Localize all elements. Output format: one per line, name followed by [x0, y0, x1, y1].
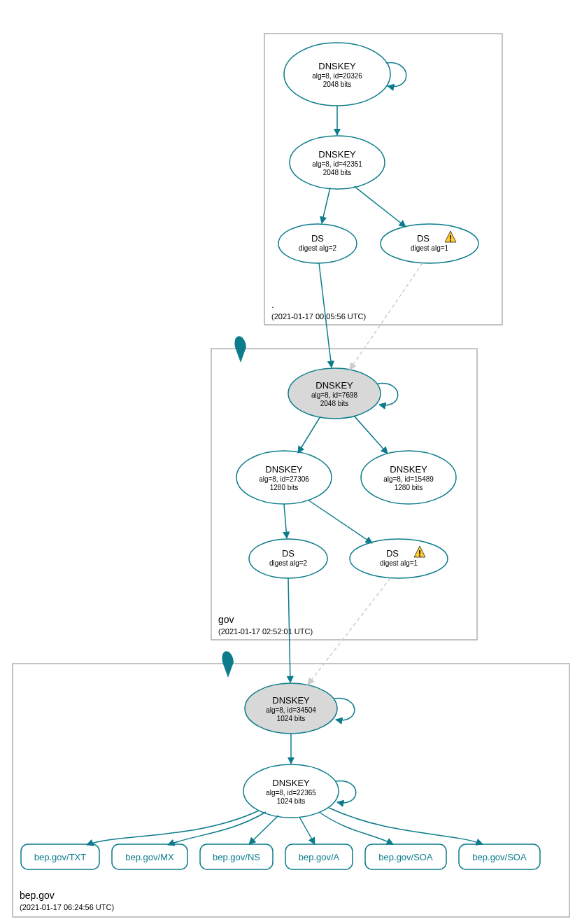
edge-gov-ds1-bep-ksk: [308, 578, 390, 685]
svg-text:DS: DS: [386, 548, 399, 559]
svg-point-13: [381, 224, 478, 263]
svg-text:digest alg=1: digest alg=1: [380, 559, 418, 567]
edge-bep-zsk-r2: [249, 816, 278, 844]
node-root-ds1[interactable]: DS digest alg=1 !: [381, 224, 478, 263]
svg-text:!: !: [418, 549, 421, 559]
svg-point-10: [278, 224, 357, 263]
svg-text:DNSKEY: DNSKEY: [315, 380, 353, 391]
record-soa1[interactable]: bep.gov/SOA: [365, 844, 446, 869]
node-gov-ds1[interactable]: DS digest alg=1 !: [350, 539, 448, 578]
svg-text:alg=8, id=27306: alg=8, id=27306: [259, 475, 309, 483]
node-gov-zsk2[interactable]: DNSKEY alg=8, id=15489 1280 bits: [361, 451, 456, 504]
svg-text:digest alg=2: digest alg=2: [269, 559, 308, 567]
svg-text:DS: DS: [311, 233, 324, 244]
node-bep-ksk[interactable]: DNSKEY alg=8, id=34504 1024 bits: [245, 683, 337, 734]
svg-text:alg=8, id=42351: alg=8, id=42351: [312, 160, 362, 168]
svg-text:bep.gov/TXT: bep.gov/TXT: [34, 852, 86, 862]
zone-gov-timestamp: (2021-01-17 02:52:01 UTC): [218, 627, 313, 636]
svg-text:alg=8, id=34504: alg=8, id=34504: [266, 706, 316, 714]
record-soa2[interactable]: bep.gov/SOA: [459, 844, 540, 869]
zone-root-label: .: [271, 299, 274, 310]
zone-bep-timestamp: (2021-01-17 06:24:56 UTC): [20, 903, 114, 911]
node-root-ksk[interactable]: DNSKEY alg=8, id=20326 2048 bits: [284, 43, 390, 106]
zone-gov-label: gov: [218, 614, 234, 625]
svg-text:digest alg=1: digest alg=1: [411, 244, 449, 252]
svg-text:DNSKEY: DNSKEY: [390, 464, 427, 475]
record-mx[interactable]: bep.gov/MX: [112, 844, 187, 869]
svg-text:!: !: [449, 234, 452, 244]
svg-text:1024 bits: 1024 bits: [277, 797, 306, 805]
record-txt[interactable]: bep.gov/TXT: [21, 844, 99, 869]
svg-text:1024 bits: 1024 bits: [277, 715, 306, 722]
zone-root-timestamp: (2021-01-17 00:05:56 UTC): [271, 312, 366, 321]
svg-text:bep.gov/A: bep.gov/A: [299, 852, 340, 862]
svg-text:2048 bits: 2048 bits: [323, 169, 352, 176]
zone-bep-label: bep.gov: [20, 890, 55, 901]
edge-bep-zsk-r5: [329, 808, 483, 844]
svg-text:digest alg=2: digest alg=2: [299, 244, 337, 252]
svg-text:alg=8, id=7698: alg=8, id=7698: [311, 391, 358, 399]
svg-text:DNSKEY: DNSKEY: [272, 778, 310, 788]
node-root-ds2[interactable]: DS digest alg=2: [278, 224, 357, 263]
svg-text:bep.gov/SOA: bep.gov/SOA: [378, 852, 433, 862]
svg-text:DS: DS: [282, 548, 294, 559]
svg-point-33: [350, 539, 448, 578]
edge-bep-zsk-r0: [87, 811, 259, 845]
edge-bep-zsk-r3: [299, 817, 315, 844]
delegation-gov-bep: [222, 651, 234, 678]
svg-text:bep.gov/SOA: bep.gov/SOA: [472, 852, 527, 862]
svg-text:DNSKEY: DNSKEY: [318, 61, 356, 71]
edge-gov-ksk-zsk2: [354, 416, 388, 454]
svg-point-30: [249, 539, 327, 578]
svg-text:1280 bits: 1280 bits: [395, 484, 423, 491]
record-ns[interactable]: bep.gov/NS: [200, 844, 273, 869]
edge-bep-zsk-r4: [319, 812, 393, 844]
svg-text:2048 bits: 2048 bits: [320, 400, 349, 407]
node-gov-zsk1[interactable]: DNSKEY alg=8, id=27306 1280 bits: [236, 451, 332, 504]
svg-text:DNSKEY: DNSKEY: [272, 695, 310, 706]
svg-text:DNSKEY: DNSKEY: [318, 149, 356, 160]
node-root-zsk[interactable]: DNSKEY alg=8, id=42351 2048 bits: [290, 136, 385, 189]
svg-text:DNSKEY: DNSKEY: [265, 464, 303, 475]
edge-gov-zsk1-ds1: [308, 500, 372, 543]
edge-root-zsk-ds2: [322, 188, 330, 223]
svg-text:2048 bits: 2048 bits: [323, 80, 352, 88]
node-gov-ksk[interactable]: DNSKEY alg=8, id=7698 2048 bits: [288, 368, 381, 419]
edge-gov-ksk-zsk1: [298, 416, 320, 453]
svg-text:bep.gov/MX: bep.gov/MX: [125, 852, 174, 862]
edge-root-zsk-ds1: [354, 186, 406, 227]
svg-text:bep.gov/NS: bep.gov/NS: [213, 852, 260, 862]
svg-text:DS: DS: [417, 233, 430, 244]
record-a[interactable]: bep.gov/A: [285, 844, 353, 869]
svg-text:1280 bits: 1280 bits: [270, 484, 299, 491]
svg-text:alg=8, id=22365: alg=8, id=22365: [266, 789, 316, 797]
node-bep-zsk[interactable]: DNSKEY alg=8, id=22365 1024 bits: [243, 764, 339, 818]
svg-text:alg=8, id=20326: alg=8, id=20326: [312, 72, 362, 80]
svg-text:alg=8, id=15489: alg=8, id=15489: [383, 475, 434, 483]
edge-gov-zsk1-ds2: [284, 504, 287, 538]
delegation-root-gov: [234, 336, 246, 363]
edge-bep-zsk-r1: [168, 812, 266, 845]
node-gov-ds2[interactable]: DS digest alg=2: [249, 539, 327, 578]
